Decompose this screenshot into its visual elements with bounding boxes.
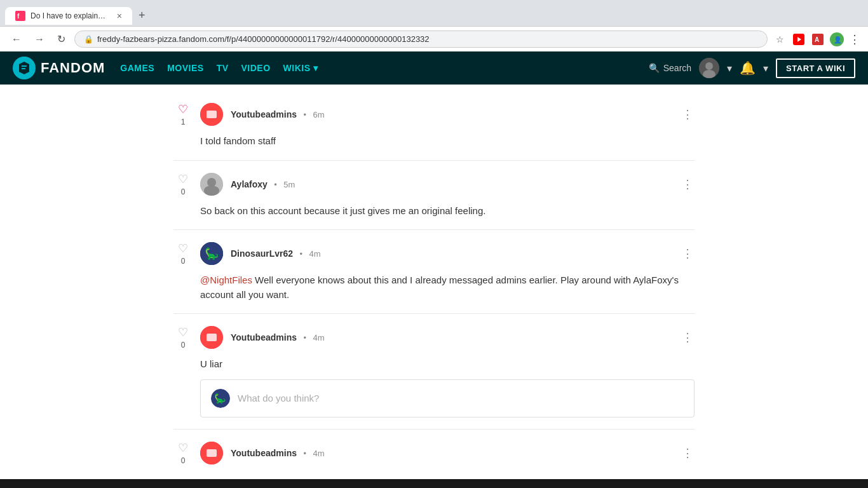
svg-point-15 [207,178,216,187]
reply-input-box[interactable]: 🦕 What do you think? [200,379,695,417]
comment-header: ♡ 1 Youtubeadmins • 6m ⋮ [173,102,695,126]
nav-bell-icon[interactable]: 🔔 [740,60,756,76]
like-count: 0 [181,187,186,196]
svg-text:A: A [815,36,819,43]
comment-item: ♡ 0 Aylafoxy • 5m ⋮ So back on this acco… [173,161,695,231]
user-avatar: 🦕 [200,242,223,265]
toolbar-icons: ☆ A 👤 ⋮ [773,32,860,46]
extension-icon[interactable]: A [811,32,825,46]
comment-section: ♡ 1 Youtubeadmins • 6m ⋮ I told fandom s… [173,85,695,479]
fandom-navbar: FANDOM GAMES MOVIES TV VIDEO WIKIS ▾ 🔍 S… [0,51,868,85]
like-count: 1 [181,118,186,126]
nav-wikis[interactable]: WIKIS ▾ [283,63,318,73]
svg-text:🦕: 🦕 [205,247,219,261]
nav-bell-chevron[interactable]: ▾ [763,62,768,74]
active-tab[interactable]: f Do I have to explain? | Fandom × [5,7,132,25]
nav-movies[interactable]: MOVIES [167,63,203,73]
like-button[interactable]: ♡ [178,172,188,186]
comment-username[interactable]: DinosaurLvr62 [231,248,293,259]
tab-favicon: f [15,11,25,21]
chrome-menu-icon[interactable]: ⋮ [849,32,860,46]
comment-time: • [303,110,306,119]
fandom-logo-icon [13,57,36,79]
like-count: 0 [181,341,186,349]
comment-time-value: 6m [313,110,324,119]
address-bar[interactable]: 🔒 freddy-fazbears-pizza.fandom.com/f/p/4… [74,30,768,48]
tab-close-button[interactable]: × [117,11,122,21]
like-button[interactable]: ♡ [178,441,188,455]
comment-time: • [300,249,303,259]
comment-time-value: 4m [313,449,324,458]
nav-links: GAMES MOVIES TV VIDEO WIKIS ▾ [120,63,318,73]
comment-menu-button[interactable]: ⋮ [682,247,695,261]
nav-search[interactable]: 🔍 Search [649,63,691,73]
comment-body: @NightFiles Well everyone knows about th… [173,273,695,302]
bookmark-icon[interactable]: ☆ [773,32,787,46]
chevron-down-icon: ▾ [313,63,318,73]
user-profile-icon[interactable]: 👤 [830,32,844,46]
comment-time: • [303,449,306,458]
main-content: ♡ 1 Youtubeadmins • 6m ⋮ I told fandom s… [0,85,868,479]
comment-time: • [303,333,306,342]
like-button[interactable]: ♡ [178,241,188,255]
nav-games[interactable]: GAMES [120,63,154,73]
like-section: ♡ 0 [173,241,193,266]
svg-text:🦕: 🦕 [214,393,226,404]
nav-refresh-button[interactable]: ↻ [53,32,69,46]
nav-back-button[interactable]: ← [8,32,25,46]
comment-username[interactable]: Youtubeadmins [231,109,297,119]
like-count: 0 [181,456,186,465]
like-section: ♡ 0 [173,172,193,196]
svg-rect-13 [207,111,217,118]
comment-body: U liar [173,357,695,372]
address-bar-row: ← → ↻ 🔒 freddy-fazbears-pizza.fandom.com… [0,26,868,51]
comment-header: ♡ 0 Aylafoxy • 5m ⋮ [173,172,695,196]
nav-tv[interactable]: TV [217,63,229,73]
comment-body: I told fandom staff [173,134,695,149]
comment-username[interactable]: Youtubeadmins [231,332,297,342]
new-tab-button[interactable]: + [135,5,149,26]
comment-meta: Aylafoxy • 5m [231,179,674,190]
user-avatar [200,103,223,126]
comment-menu-button[interactable]: ⋮ [682,446,695,460]
like-section: ♡ 0 [173,325,193,349]
nav-video[interactable]: VIDEO [241,63,271,73]
comment-meta: Youtubeadmins • 4m [231,332,674,343]
comment-header: ♡ 0 🦕 DinosaurLvr62 • 4m ⋮ [173,241,695,266]
url-text: freddy-fazbears-pizza.fandom.com/f/p/440… [97,34,430,44]
comment-time: • [274,180,277,189]
nav-forward-button[interactable]: → [31,32,48,46]
svg-point-10 [705,62,713,70]
comment-header: ♡ 0 Youtubeadmins • 4m ⋮ [173,441,695,465]
user-avatar [200,326,223,349]
reply-avatar: 🦕 [211,389,230,408]
comment-time-value: 5m [283,180,295,189]
lock-icon: 🔒 [84,35,93,44]
comment-item: ♡ 0 🦕 DinosaurLvr62 • 4m ⋮ @NightFiles W… [173,230,695,314]
comment-item: ♡ 1 Youtubeadmins • 6m ⋮ I told fandom s… [173,91,695,161]
fandom-logo[interactable]: FANDOM [13,57,105,79]
mention-link[interactable]: @NightFiles [200,274,252,285]
svg-text:👤: 👤 [834,35,842,43]
comment-menu-button[interactable]: ⋮ [682,330,695,344]
like-button[interactable]: ♡ [178,102,188,116]
reply-placeholder: What do you think? [238,393,319,403]
nav-user-chevron[interactable]: ▾ [727,62,732,74]
comment-item-partial: ♡ 0 Youtubeadmins • 4m ⋮ [173,430,695,465]
user-avatar [200,442,223,464]
comment-menu-button[interactable]: ⋮ [682,107,695,121]
youtube-icon[interactable] [792,32,806,46]
comment-username[interactable]: Youtubeadmins [231,448,297,458]
comment-meta: Youtubeadmins • 4m [231,447,674,459]
comment-username[interactable]: Aylafoxy [231,179,268,189]
start-wiki-button[interactable]: START A WIKI [776,58,855,78]
like-count: 0 [181,257,186,266]
nav-right: 🔍 Search ▾ 🔔 ▾ START A WIKI [649,58,855,78]
like-section: ♡ 0 [173,441,193,465]
nav-user-avatar[interactable] [699,58,719,78]
comment-time-value: 4m [309,249,321,259]
comment-body: So back on this account because it just … [173,204,695,219]
comment-menu-button[interactable]: ⋮ [682,177,695,191]
like-button[interactable]: ♡ [178,325,188,339]
comment-item: ♡ 0 Youtubeadmins • 4m ⋮ U liar [173,314,695,430]
